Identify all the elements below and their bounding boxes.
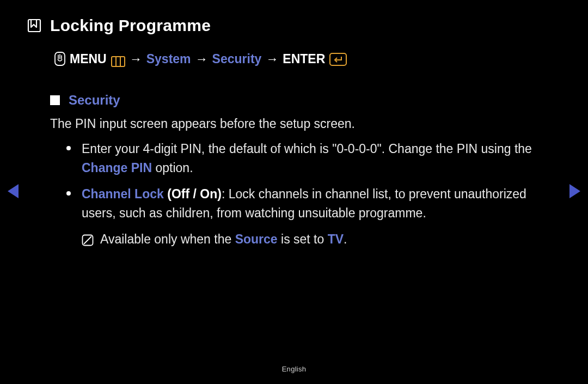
section-description: The PIN input screen appears before the …: [50, 114, 561, 133]
section-body: The PIN input screen appears before the …: [50, 114, 561, 249]
option-off: Off: [171, 187, 189, 201]
section-heading-row: Security: [50, 90, 561, 110]
page-title: Locking Programme: [50, 13, 211, 38]
text: Available only when the: [100, 232, 235, 246]
breadcrumb-menu: MENU: [70, 50, 107, 69]
section-title: Security: [69, 90, 120, 110]
square-bullet-icon: [50, 95, 60, 105]
text: .: [344, 232, 347, 246]
paren: ): [217, 187, 222, 201]
slash: /: [189, 187, 200, 201]
breadcrumb: MENU → System → Security → ENTER: [54, 50, 561, 69]
bookmark-icon: [27, 19, 41, 33]
manual-page: Locking Programme MENU → System → Securi…: [0, 0, 588, 384]
paren: (: [164, 187, 171, 201]
title-row: Locking Programme: [27, 13, 561, 38]
text: is set to: [278, 232, 328, 246]
breadcrumb-enter: ENTER: [283, 50, 325, 69]
text: Enter your 4-digit PIN, the default of w…: [82, 142, 532, 156]
arrow-icon: →: [266, 50, 278, 69]
text: option.: [152, 161, 193, 175]
breadcrumb-security: Security: [212, 50, 262, 69]
keyword-change-pin: Change PIN: [82, 161, 152, 175]
menu-grid-icon: [111, 53, 125, 64]
enter-icon: [329, 52, 347, 65]
list-item: Channel Lock (Off / On): Lock channels i…: [66, 185, 561, 222]
keyword-channel-lock: Channel Lock: [82, 187, 164, 201]
note-row: Available only when the Source is set to…: [82, 230, 561, 249]
nav-next-button[interactable]: [569, 184, 580, 198]
svg-rect-2: [112, 57, 125, 66]
arrow-icon: →: [195, 50, 208, 69]
note-icon: [82, 233, 94, 245]
hand-icon: [54, 52, 65, 66]
note-text: Available only when the Source is set to…: [100, 230, 347, 249]
svg-line-7: [84, 236, 91, 244]
footer-language: English: [0, 364, 588, 375]
bullet-list: Enter your 4-digit PIN, the default of w…: [66, 139, 561, 222]
section-security: Security The PIN input screen appears be…: [50, 90, 561, 249]
keyword-source: Source: [235, 232, 278, 246]
keyword-tv: TV: [328, 232, 344, 246]
nav-prev-button[interactable]: [8, 184, 19, 198]
breadcrumb-system: System: [146, 50, 191, 69]
option-on: On: [200, 187, 217, 201]
arrow-icon: →: [130, 50, 142, 69]
list-item: Enter your 4-digit PIN, the default of w…: [66, 139, 561, 177]
